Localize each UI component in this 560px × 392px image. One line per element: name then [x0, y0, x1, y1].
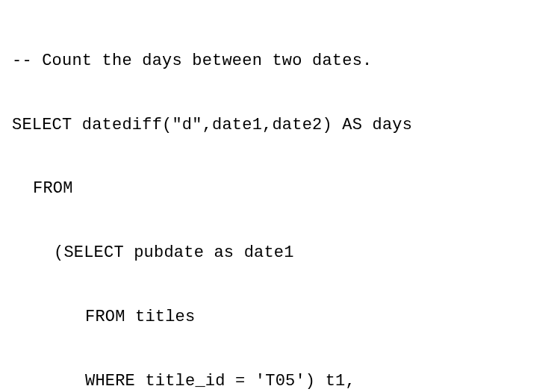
code-line-subquery1-where: WHERE title_id = 'T05') t1,: [12, 366, 560, 392]
code-line-subquery1-from: FROM titles: [12, 302, 560, 334]
code-line-subquery1-select: (SELECT pubdate as date1: [12, 237, 560, 270]
code-line-select: SELECT datediff("d",date1,date2) AS days: [12, 110, 560, 142]
sql-code-block: -- Count the days between two dates. SEL…: [12, 13, 560, 392]
code-line-from: FROM: [12, 173, 560, 205]
code-line-comment: -- Count the days between two dates.: [12, 46, 560, 78]
